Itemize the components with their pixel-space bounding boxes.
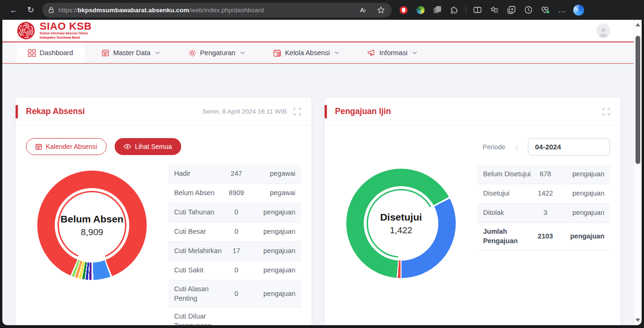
table-cell-unit: pengajuan bbox=[251, 289, 295, 299]
refresh-icon[interactable]: ↻ bbox=[23, 2, 39, 17]
rekap-card-header: Rekap Absensi Senin, 8 April 2024 16:11 … bbox=[16, 98, 311, 126]
main-navigation: Dashboard Master Data Pengaturan Kelola … bbox=[2, 42, 642, 64]
browser-toolbar: ← ↻ https://bkpsdmsumbawabarat.absenku.c… bbox=[0, 0, 644, 20]
extensions-puzzle-icon[interactable] bbox=[446, 2, 462, 17]
current-datetime: Senin, 8 April 2024 16:11 WIB bbox=[202, 108, 287, 115]
table-cell-value: 2103 bbox=[531, 232, 560, 241]
donut-center-value: 8,909 bbox=[81, 227, 103, 238]
back-icon[interactable]: ← bbox=[6, 2, 22, 17]
url-scheme: https:// bbox=[59, 7, 78, 14]
copilot-icon[interactable] bbox=[573, 5, 584, 16]
table-row: Disetujui1422pengajuan bbox=[477, 184, 610, 204]
nav-item-kelola-absensi[interactable]: Kelola Absensi bbox=[262, 42, 351, 63]
table-cell-unit: pengajuan bbox=[251, 208, 295, 217]
table-cell-label: Belum Absen bbox=[174, 189, 222, 198]
table-row: Belum Absen8909pegawai bbox=[168, 184, 301, 203]
scrollbar-down-arrow[interactable] bbox=[636, 319, 640, 322]
table-row: Cuti Diluar Tanggungan bbox=[168, 308, 301, 325]
table-row: Hadir247pegawai bbox=[168, 164, 301, 184]
table-cell-value: 0 bbox=[222, 208, 251, 217]
user-avatar[interactable] bbox=[596, 24, 611, 38]
expand-icon[interactable] bbox=[602, 108, 610, 115]
table-cell-label: Ditolak bbox=[483, 208, 531, 218]
dashboard-content: Rekap Absensi Senin, 8 April 2024 16:11 … bbox=[2, 65, 634, 325]
table-cell-label: Cuti Tahunan bbox=[174, 208, 222, 217]
page-scrollbar[interactable] bbox=[634, 20, 642, 325]
table-cell-label: Belum Disetujui bbox=[483, 170, 531, 179]
nav-item-informasi[interactable]: Informasi bbox=[356, 42, 428, 63]
table-cell-label: Cuti Alasan Penting bbox=[174, 285, 222, 303]
browser-essentials-icon[interactable] bbox=[537, 2, 553, 17]
card-accent-bar bbox=[16, 105, 18, 118]
donut-center-value: 1,422 bbox=[390, 225, 412, 236]
history-icon[interactable] bbox=[520, 2, 536, 17]
table-cell-label: Jumlah Pengajuan bbox=[483, 227, 531, 246]
favorite-star-icon[interactable] bbox=[373, 2, 389, 17]
card-title: Pengajuan Ijin bbox=[335, 107, 391, 116]
toolbar-divider bbox=[466, 6, 466, 14]
nav-label: Informasi bbox=[379, 49, 408, 57]
table-row: Cuti Tahunan0pengajuan bbox=[168, 203, 301, 222]
split-screen-icon[interactable] bbox=[469, 2, 485, 17]
pages-extension-icon[interactable] bbox=[429, 2, 445, 17]
brand-tagline-1: Sistem Informasi Absensi Online bbox=[40, 32, 92, 36]
rekap-summary-table: Hadir247pegawaiBelum Absen8909pegawaiCut… bbox=[168, 164, 301, 325]
gear-icon bbox=[188, 49, 196, 57]
table-cell-value: 17 bbox=[222, 246, 251, 256]
table-cell-unit: pengajuan bbox=[251, 227, 295, 237]
more-options-icon[interactable]: ... bbox=[554, 2, 570, 17]
lihat-semua-button[interactable]: Lihat Semua bbox=[115, 138, 181, 155]
scrollbar-thumb[interactable] bbox=[636, 36, 640, 164]
table-cell-label: Cuti Melahirkan bbox=[174, 246, 222, 256]
scrollbar-up-arrow[interactable] bbox=[636, 23, 640, 26]
blocker-extension-icon[interactable] bbox=[395, 2, 411, 17]
chevron-down-icon bbox=[240, 51, 245, 54]
table-cell-label: Cuti Sakit bbox=[174, 266, 222, 275]
table-row: Cuti Besar0pengajuan bbox=[168, 222, 301, 242]
nav-label: Master Data bbox=[113, 49, 151, 57]
calendar-icon bbox=[35, 143, 42, 150]
table-cell-unit: pegawai bbox=[251, 169, 295, 179]
url-text[interactable]: https://bkpsdmsumbawabarat.absenku.com/w… bbox=[59, 7, 264, 14]
table-cell-value: 678 bbox=[531, 170, 560, 179]
idm-extension-icon[interactable] bbox=[412, 2, 428, 17]
table-cell-label: Cuti Besar bbox=[174, 227, 222, 237]
site-header: SIAO KSB Sistem Informasi Absensi Online… bbox=[2, 20, 642, 42]
pengajuan-donut-chart: Disetujui 1,422 bbox=[346, 169, 456, 278]
table-cell-label: Cuti Diluar Tanggungan bbox=[174, 312, 222, 325]
brand-logo[interactable]: SIAO KSB Sistem Informasi Absensi Online… bbox=[17, 21, 92, 40]
chevron-down-icon bbox=[412, 51, 417, 54]
periode-label: Periode bbox=[483, 143, 505, 151]
nav-item-pengaturan[interactable]: Pengaturan bbox=[177, 42, 256, 63]
donut-center-label: Belum Absen bbox=[60, 213, 123, 225]
favorites-icon[interactable] bbox=[486, 2, 502, 17]
address-bar[interactable]: https://bkpsdmsumbawabarat.absenku.com/w… bbox=[42, 3, 392, 17]
read-aloud-icon[interactable]: A) bbox=[355, 2, 371, 17]
table-cell-unit: pengajuan bbox=[560, 208, 604, 218]
lock-icon[interactable] bbox=[48, 7, 54, 13]
nav-item-dashboard[interactable]: Dashboard bbox=[17, 42, 84, 63]
collections-icon[interactable] bbox=[503, 2, 519, 17]
document-icon bbox=[101, 49, 109, 57]
rekap-donut-chart: Belum Absen 8,909 bbox=[37, 171, 147, 280]
kalender-absensi-button[interactable]: Kalender Absensi bbox=[26, 138, 107, 155]
megaphone-icon bbox=[368, 49, 376, 57]
chevron-down-icon bbox=[155, 51, 160, 54]
table-cell-unit: pengajuan bbox=[560, 189, 604, 198]
table-cell-value: 0 bbox=[222, 266, 251, 275]
table-cell-unit: pengajuan bbox=[560, 232, 604, 241]
table-cell-unit: pengajuan bbox=[560, 170, 604, 179]
donut-center-label: Disetujui bbox=[380, 212, 422, 223]
expand-icon[interactable] bbox=[293, 108, 301, 115]
nav-label: Dashboard bbox=[40, 49, 73, 57]
periode-input[interactable] bbox=[528, 138, 610, 156]
table-row: Cuti Alasan Penting0pengajuan bbox=[168, 280, 301, 308]
brand-name: SIAO KSB bbox=[40, 21, 92, 32]
calendar-clock-icon bbox=[273, 49, 281, 57]
table-cell-label: Hadir bbox=[174, 169, 222, 179]
table-row: Cuti Melahirkan17pengajuan bbox=[168, 242, 301, 261]
table-cell-unit: pengajuan bbox=[251, 246, 295, 256]
brand-tagline-2: Kabupaten Sumbawa Barat bbox=[40, 36, 92, 40]
nav-item-master-data[interactable]: Master Data bbox=[90, 42, 171, 63]
table-cell-value: 247 bbox=[222, 169, 251, 179]
